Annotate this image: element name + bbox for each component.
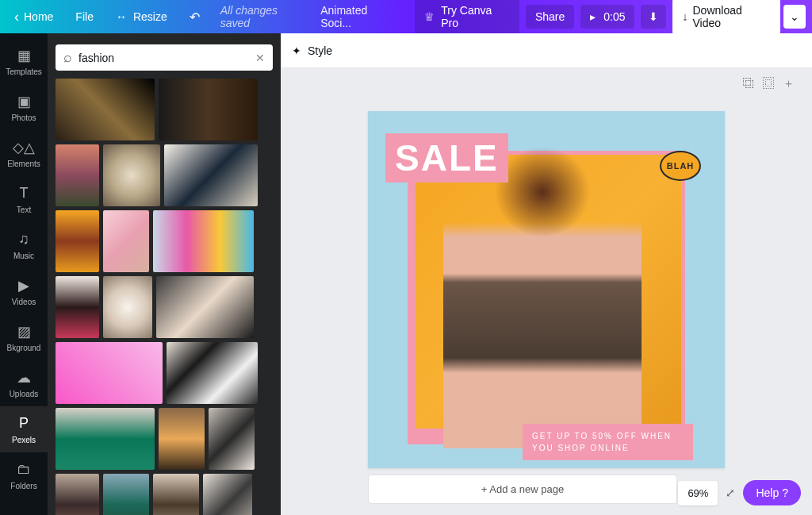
add-new-page-button[interactable]: + Add a new page	[368, 475, 677, 504]
rail-elements[interactable]: ◇△Elements	[0, 130, 48, 176]
photos-icon: ▣	[15, 93, 33, 110]
stage[interactable]: SALE BLAH GET UP TO 50% OFF WHEN YOU SHO…	[281, 68, 812, 515]
rail-music[interactable]: ♫Music	[0, 222, 48, 268]
videos-icon: ▶	[15, 277, 33, 294]
photo-thumb[interactable]	[153, 210, 254, 272]
file-menu[interactable]: File	[67, 6, 102, 28]
model-figure	[443, 147, 642, 448]
resize-button[interactable]: Resize	[108, 6, 175, 28]
sale-badge[interactable]: SALE	[385, 133, 508, 183]
download-arrow-icon	[682, 10, 688, 23]
style-button[interactable]: Style	[308, 44, 332, 57]
music-icon: ♫	[15, 231, 33, 248]
photo-grid	[56, 79, 273, 515]
document-name[interactable]: Animated Soci...	[320, 4, 399, 29]
home-button[interactable]: Home	[6, 4, 61, 30]
sale-text: SALE	[395, 136, 499, 179]
photo-thumb[interactable]	[103, 144, 160, 206]
try-pro-button[interactable]: Try Canva Pro	[415, 0, 519, 35]
photo-thumb[interactable]	[159, 408, 205, 470]
elements-icon: ◇△	[15, 139, 33, 156]
home-label: Home	[24, 10, 53, 23]
rail-videos[interactable]: ▶Videos	[0, 268, 48, 314]
photo-thumb[interactable]	[56, 474, 99, 515]
photo-thumb[interactable]	[167, 342, 258, 404]
clear-search-icon[interactable]: ✕	[255, 52, 265, 64]
rail-pexels[interactable]: PPexels	[0, 406, 48, 452]
photo-thumb[interactable]	[103, 474, 149, 515]
photo-thumb[interactable]	[56, 408, 155, 470]
search-bar: ✕	[56, 44, 273, 71]
uploads-icon: ☁	[15, 369, 33, 386]
duration-label: 0:05	[603, 10, 625, 23]
rail-text[interactable]: TText	[0, 176, 48, 222]
photo-thumb[interactable]	[56, 276, 99, 338]
download-video-button[interactable]: Download Video	[672, 0, 780, 35]
speech-bubble[interactable]: BLAH	[660, 151, 701, 181]
search-input[interactable]	[79, 52, 249, 64]
folders-icon: 🗀	[15, 461, 33, 478]
photo-thumb[interactable]	[209, 408, 255, 470]
promo-banner[interactable]: GET UP TO 50% OFF WHEN YOU SHOP ONLINE	[523, 424, 693, 460]
copy-page-icon[interactable]: ⿴	[763, 76, 775, 91]
pexels-icon: P	[15, 415, 33, 432]
text-icon: T	[15, 185, 33, 202]
photo-thumb[interactable]	[203, 474, 252, 515]
try-pro-label: Try Canva Pro	[441, 4, 510, 29]
share-button[interactable]: Share	[526, 5, 574, 29]
style-spark-icon	[292, 44, 303, 57]
templates-icon: ▦	[15, 47, 33, 64]
rail-bkground[interactable]: ▨Bkground	[0, 314, 48, 360]
save-status: All changes saved	[220, 4, 308, 29]
download-label: Download Video	[692, 4, 771, 29]
page-actions: ⿻ ⿴ ＋	[743, 76, 795, 91]
rail-folders[interactable]: 🗀Folders	[0, 452, 48, 498]
top-toolbar: Home File Resize ↶ All changes saved Ani…	[0, 0, 812, 33]
help-button[interactable]: Help?	[743, 480, 801, 505]
download-options-chevron[interactable]: ⌄	[783, 5, 806, 29]
add-page-icon[interactable]: ＋	[783, 76, 795, 91]
play-button[interactable]: 0:05	[580, 5, 634, 29]
bottom-right-controls: 69% ⤢ Help?	[678, 480, 801, 505]
photo-thumb[interactable]	[153, 474, 199, 515]
rail-uploads[interactable]: ☁Uploads	[0, 360, 48, 406]
canvas-area: Style ⿻ ⿴ ＋ SALE BLAH GET UP TO 50% OFF …	[281, 33, 812, 515]
photo-panel: ✕ ◂	[48, 33, 281, 515]
rail-photos[interactable]: ▣Photos	[0, 84, 48, 130]
rail-templates[interactable]: ▦Templates	[0, 38, 48, 84]
photo-thumb[interactable]	[56, 144, 99, 206]
left-rail: ▦Templates ▣Photos ◇△Elements TText ♫Mus…	[0, 33, 48, 515]
photo-thumb[interactable]	[56, 210, 99, 272]
style-toolbar: Style	[281, 33, 812, 68]
resize-label: Resize	[133, 10, 167, 23]
photo-thumb[interactable]	[164, 144, 258, 206]
help-label: Help	[756, 486, 779, 499]
artboard[interactable]: SALE BLAH GET UP TO 50% OFF WHEN YOU SHO…	[368, 111, 725, 468]
photo-thumb[interactable]	[56, 79, 155, 140]
download-icon-button[interactable]: ⬇	[641, 5, 666, 29]
undo-button[interactable]: ↶	[182, 5, 208, 29]
duplicate-page-icon[interactable]: ⿻	[743, 76, 755, 91]
photo-thumb[interactable]	[56, 342, 163, 404]
help-question-icon: ?	[782, 486, 788, 499]
photo-thumb[interactable]	[159, 79, 258, 140]
photo-thumb[interactable]	[103, 210, 149, 272]
bkground-icon: ▨	[15, 323, 33, 340]
photo-thumb[interactable]	[156, 276, 254, 338]
search-icon	[63, 49, 72, 66]
fullscreen-icon[interactable]: ⤢	[726, 486, 735, 499]
photo-thumb[interactable]	[103, 276, 152, 338]
zoom-level[interactable]: 69%	[678, 481, 718, 505]
